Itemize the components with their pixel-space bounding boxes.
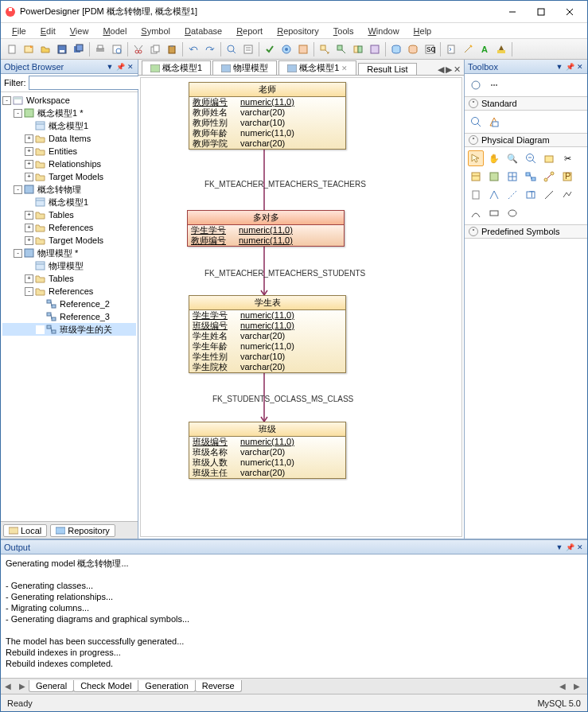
compare-icon[interactable] xyxy=(350,41,366,57)
copy-icon[interactable] xyxy=(147,41,163,57)
minimize-button[interactable] xyxy=(498,2,527,22)
extension-icon[interactable] xyxy=(295,41,311,57)
output-tab-general[interactable]: General xyxy=(29,680,74,692)
merge-icon[interactable] xyxy=(367,41,383,57)
close-panel-icon[interactable]: ✕ xyxy=(576,63,584,71)
tree-item[interactable]: +Tables xyxy=(2,208,136,221)
output-tab-generation[interactable]: Generation xyxy=(138,680,195,692)
menu-edit[interactable]: Edit xyxy=(34,25,62,37)
pin-icon[interactable]: 📌 xyxy=(566,63,574,71)
tree-item[interactable]: +Entities xyxy=(2,145,136,158)
tab-next-icon[interactable]: ▶ xyxy=(15,682,29,691)
zoom-in-icon[interactable]: 🔍 xyxy=(504,150,520,166)
toolbox-section-predefined[interactable]: ˅Predefined Symbols xyxy=(465,224,587,239)
output-tab-check-model[interactable]: Check Model xyxy=(73,680,138,692)
menu-help[interactable]: Help xyxy=(407,25,438,37)
menu-model[interactable]: Model xyxy=(96,25,133,37)
pin-icon[interactable]: 📌 xyxy=(116,63,124,71)
tree-item[interactable]: -概念模型1 * xyxy=(2,107,136,119)
text-icon[interactable]: A xyxy=(477,41,493,57)
connector-icon[interactable] xyxy=(486,187,502,203)
tree-item[interactable]: +Data Items xyxy=(2,132,136,145)
close-panel-icon[interactable]: ✕ xyxy=(576,543,584,551)
reference-icon[interactable] xyxy=(523,169,539,185)
tab-repository[interactable]: Repository xyxy=(50,524,115,537)
doc-tab[interactable]: 概念模型1✕ xyxy=(278,60,356,76)
tree-item[interactable]: +Target Models xyxy=(2,234,136,247)
generate-physical-icon[interactable] xyxy=(333,41,349,57)
entity-student[interactable]: 学生表学生学号numeric(11,0)班级编号numeric(11,0)学生姓… xyxy=(189,295,346,373)
menu-window[interactable]: Window xyxy=(361,25,405,37)
menu-tools[interactable]: Tools xyxy=(327,25,360,37)
menu-repository[interactable]: Repository xyxy=(271,25,325,37)
grid-icon[interactable] xyxy=(504,169,520,185)
menu-view[interactable]: View xyxy=(64,25,95,37)
new-icon[interactable] xyxy=(4,41,20,57)
save-icon[interactable] xyxy=(54,41,70,57)
tree-item[interactable]: +References xyxy=(2,221,136,234)
overflow-icon[interactable] xyxy=(515,41,531,57)
impact-icon[interactable] xyxy=(278,41,294,57)
generate-icon[interactable] xyxy=(317,41,333,57)
menu-database[interactable]: Database xyxy=(178,25,228,37)
dropdown-icon[interactable]: ▼ xyxy=(555,63,563,71)
wand-icon[interactable] xyxy=(460,41,476,57)
output-tab-reverse[interactable]: Reverse xyxy=(195,680,242,692)
tree-item[interactable]: -物理模型 * xyxy=(2,247,136,259)
zoom-in-icon[interactable] xyxy=(468,114,484,130)
cut-icon[interactable] xyxy=(130,41,146,57)
diagram-canvas[interactable]: 老师教师编号numeric(11,0)教师姓名varchar(20)教师性别va… xyxy=(140,77,462,537)
close-tab-icon[interactable]: ✕ xyxy=(341,64,348,72)
paste-icon[interactable] xyxy=(164,41,180,57)
menu-file[interactable]: File xyxy=(6,25,33,37)
object-browser-tree[interactable]: -Workspace-概念模型1 *概念模型1+Data Items+Entit… xyxy=(1,92,138,521)
check-model-icon[interactable] xyxy=(262,41,278,57)
output-content[interactable]: Generating model 概念转物理... - Generating c… xyxy=(1,554,587,678)
tree-item[interactable]: +Target Models xyxy=(2,170,136,183)
tab-prev-icon[interactable]: ◀ xyxy=(1,682,15,691)
database-icon[interactable] xyxy=(388,41,404,57)
tree-item[interactable]: +Relationships xyxy=(2,158,136,170)
pointer-tool-icon[interactable] xyxy=(468,150,484,166)
dots-icon[interactable] xyxy=(486,77,502,93)
script-icon[interactable] xyxy=(443,41,459,57)
fill-color-icon[interactable] xyxy=(493,41,509,57)
doc-tab[interactable]: Result List xyxy=(358,63,416,75)
arc-icon[interactable] xyxy=(468,205,484,221)
tree-item[interactable]: 概念模型1 xyxy=(2,119,136,132)
dependency-icon[interactable] xyxy=(504,187,520,203)
ellipse-icon[interactable] xyxy=(504,205,520,221)
dropdown-icon[interactable]: ▼ xyxy=(555,543,563,551)
cut-icon[interactable]: ✂ xyxy=(559,150,575,166)
print-icon[interactable] xyxy=(92,41,108,57)
new-project-icon[interactable] xyxy=(21,41,37,57)
tree-item[interactable]: 班级学生的关 xyxy=(2,323,136,336)
entity-class[interactable]: 班级班级编号numeric(11,0)班级名称varchar(20)班级人数nu… xyxy=(189,422,346,479)
tree-item[interactable]: +Tables xyxy=(2,272,136,285)
circle-icon[interactable] xyxy=(468,77,484,93)
toolbox-section-standard[interactable]: ˅Standard xyxy=(465,96,587,111)
link-icon[interactable] xyxy=(541,169,557,185)
pin-icon[interactable]: 📌 xyxy=(566,543,574,551)
hand-tool-icon[interactable]: ✋ xyxy=(486,150,502,166)
rect-icon[interactable] xyxy=(486,205,502,221)
tab-next-icon[interactable]: ▶ xyxy=(446,64,452,75)
open-icon[interactable] xyxy=(37,41,53,57)
sql-icon[interactable]: sql xyxy=(422,41,438,57)
menu-report[interactable]: Report xyxy=(230,25,269,37)
filter-input[interactable] xyxy=(29,76,145,90)
text-icon[interactable]: T xyxy=(523,187,539,203)
doc-tab[interactable]: 物理模型 xyxy=(212,60,277,75)
view-icon[interactable] xyxy=(486,169,502,185)
toolbox-section-physical[interactable]: ˄Physical Diagram xyxy=(465,133,587,147)
entity-teacher[interactable]: 老师教师编号numeric(11,0)教师姓名varchar(20)教师性别va… xyxy=(189,82,346,150)
tab-local[interactable]: Local xyxy=(3,524,47,537)
undo-icon[interactable] xyxy=(185,41,201,57)
print-preview-icon[interactable] xyxy=(109,41,125,57)
save-all-icon[interactable] xyxy=(71,41,87,57)
find-icon[interactable] xyxy=(224,41,239,57)
tree-item[interactable]: 物理模型 xyxy=(2,259,136,272)
zoom-out-icon[interactable] xyxy=(523,150,539,166)
tree-item[interactable]: Reference_3 xyxy=(2,310,136,323)
new-package-icon[interactable] xyxy=(541,150,557,166)
